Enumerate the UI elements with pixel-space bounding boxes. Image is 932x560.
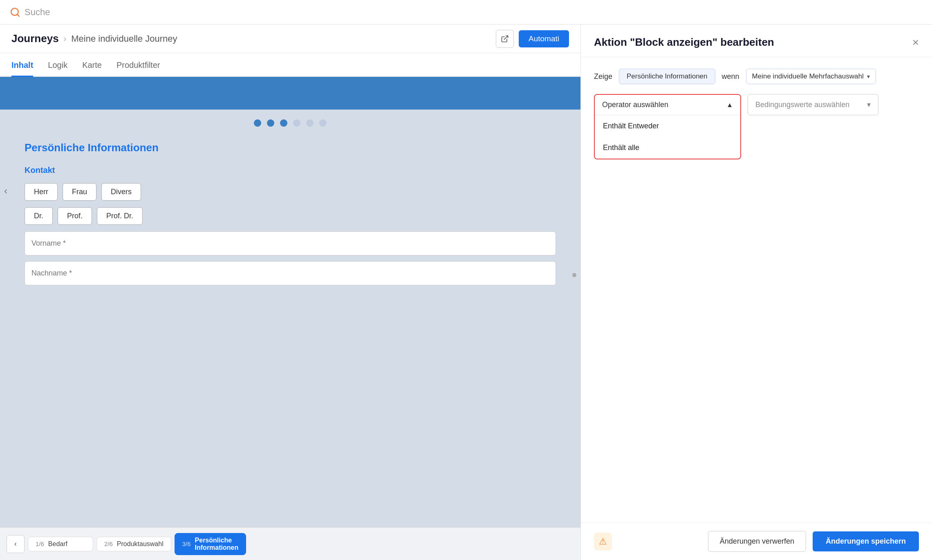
search-area[interactable]: Suche [10,7,50,18]
dot-1[interactable] [254,119,261,127]
step-3-num: 3/6 [182,540,191,547]
step-2-num: 2/6 [104,540,113,547]
step-3-label: Persönliche Informationen [195,537,239,551]
titel-dr-button[interactable]: Dr. [25,207,53,225]
breadcrumb-journeys[interactable]: Journeys [11,32,59,45]
breadcrumb-current: Meine individuelle Journey [71,34,177,44]
step-prev-button[interactable]: ‹ [7,535,25,553]
tab-logik[interactable]: Logik [48,60,67,77]
step-3[interactable]: 3/6 Persönliche Informationen [175,533,246,555]
svg-line-2 [504,36,508,39]
condition-field-dropdown[interactable]: Meine individuelle Mehrfachauswahl ▾ [746,69,876,84]
pagination-dots [0,110,580,133]
operator-option-enthalt-alle[interactable]: Enthält alle [595,137,740,159]
condition-values-arrow-icon: ▾ [867,100,871,109]
prev-slide-button[interactable]: ‹ [4,185,7,197]
operator-trigger[interactable]: Operator auswählen ▲ [595,95,740,115]
modal-title: Aktion "Block anzeigen" bearbeiten [594,36,774,49]
step-1[interactable]: 1/6 Bedarf [28,537,93,551]
dot-2[interactable] [267,119,274,127]
tab-produktfilter[interactable]: Produktfilter [116,60,160,77]
titel-prof-dr-button[interactable]: Prof. Dr. [97,207,143,225]
zeige-label: Zeige [594,72,612,81]
modal-close-button[interactable]: × [912,37,919,48]
content-area: ‹ Persönliche Informationen Kontakt Herr… [0,77,580,527]
warning-triangle-icon: ⚠ [599,536,607,547]
search-icon [10,7,20,18]
operator-option-enthalt-entweder[interactable]: Enthält Entweder [595,115,740,137]
operator-arrow-icon: ▲ [726,101,733,109]
step-1-num: 1/6 [36,540,44,547]
condition-dropdown-arrow-icon: ▾ [867,73,870,80]
discard-button[interactable]: Änderungen verwerfen [708,531,806,552]
dot-3[interactable] [280,119,287,127]
search-placeholder: Suche [25,7,50,18]
external-link-button[interactable] [496,30,514,48]
section-title: Persönliche Informationen [25,141,556,154]
left-panel: Journeys › Meine individuelle Journey Au… [0,25,580,560]
tab-karte[interactable]: Karte [82,60,102,77]
breadcrumb: Journeys › Meine individuelle Journey Au… [0,25,580,53]
modal-header: Aktion "Block anzeigen" bearbeiten × [581,25,932,57]
top-bar: Suche [0,0,932,25]
external-link-icon [501,35,509,43]
anrede-divers-button[interactable]: Divers [101,183,141,201]
vorname-input[interactable] [25,231,556,255]
tabs-bar: Inhalt Logik Karte Produktfilter [0,53,580,77]
step-1-label: Bedarf [48,540,67,548]
step-2-label: Produktauswahl [117,540,164,548]
condition-values-dropdown[interactable]: Bedingungswerte auswählen ▾ [748,94,878,115]
condition-row: Zeige Persönliche Informationen wenn Mei… [594,69,919,84]
blue-banner [0,77,580,110]
svg-line-1 [17,14,19,16]
breadcrumb-chevron-icon: › [64,34,67,43]
scroll-indicator [572,273,576,277]
automati-button[interactable]: Automati [519,30,569,47]
step-2[interactable]: 2/6 Produktauswahl [96,537,171,551]
save-button[interactable]: Änderungen speichern [813,531,919,551]
operator-placeholder: Operator auswählen [602,101,668,109]
anrede-herr-button[interactable]: Herr [25,183,58,201]
condition-tag[interactable]: Persönliche Informationen [619,69,715,84]
condition-values-placeholder: Bedingungswerte auswählen [755,101,849,109]
titel-button-group: Dr. Prof. Prof. Dr. [25,207,556,225]
main-layout: Journeys › Meine individuelle Journey Au… [0,25,932,560]
tab-inhalt[interactable]: Inhalt [11,60,33,77]
dot-5[interactable] [306,119,314,127]
anrede-frau-button[interactable]: Frau [63,183,96,201]
modal-footer: ⚠ Änderungen verwerfen Änderungen speich… [581,522,932,560]
subsection-title: Kontakt [25,166,556,175]
anrede-button-group: Herr Frau Divers [25,183,556,201]
warning-icon: ⚠ [594,533,612,551]
titel-prof-button[interactable]: Prof. [58,207,92,225]
wenn-label: wenn [722,72,739,81]
modal-body: Zeige Persönliche Informationen wenn Mei… [581,57,932,522]
step-bar: ‹ 1/6 Bedarf 2/6 Produktauswahl 3/6 Pers… [0,527,580,560]
dot-4[interactable] [293,119,300,127]
dot-6[interactable] [319,119,327,127]
operator-panel: Operator auswählen ▲ Enthält Entweder En… [594,94,741,159]
operator-select-row: Operator auswählen ▲ Enthält Entweder En… [594,94,919,159]
modal-panel: Aktion "Block anzeigen" bearbeiten × Zei… [580,25,932,560]
form-content: Persönliche Informationen Kontakt Herr F… [0,133,580,299]
nachname-input[interactable] [25,261,556,285]
